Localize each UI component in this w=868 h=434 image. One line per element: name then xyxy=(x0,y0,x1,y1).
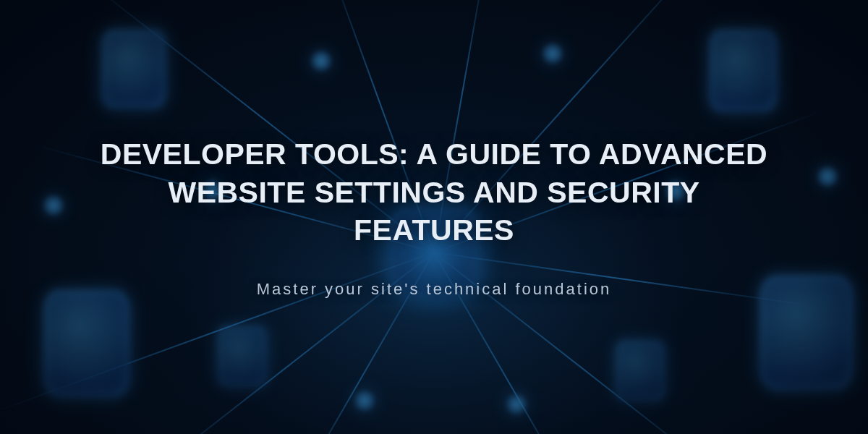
lock-icon xyxy=(101,29,166,109)
page-title: DEVELOPER TOOLS: A GUIDE TO ADVANCED WEB… xyxy=(87,135,781,249)
lock-icon xyxy=(709,29,778,112)
lock-icon xyxy=(43,289,130,398)
page-subtitle: Master your site's technical foundation xyxy=(87,280,781,299)
network-node xyxy=(506,394,527,414)
lock-icon xyxy=(615,340,665,401)
network-node xyxy=(43,195,64,216)
network-node xyxy=(542,43,563,64)
network-node xyxy=(354,391,375,411)
hero-content: DEVELOPER TOOLS: A GUIDE TO ADVANCED WEB… xyxy=(87,135,781,298)
network-node xyxy=(311,51,331,71)
hero-banner: DEVELOPER TOOLS: A GUIDE TO ADVANCED WEB… xyxy=(0,0,868,434)
network-node xyxy=(817,166,838,187)
lock-icon xyxy=(217,326,268,387)
